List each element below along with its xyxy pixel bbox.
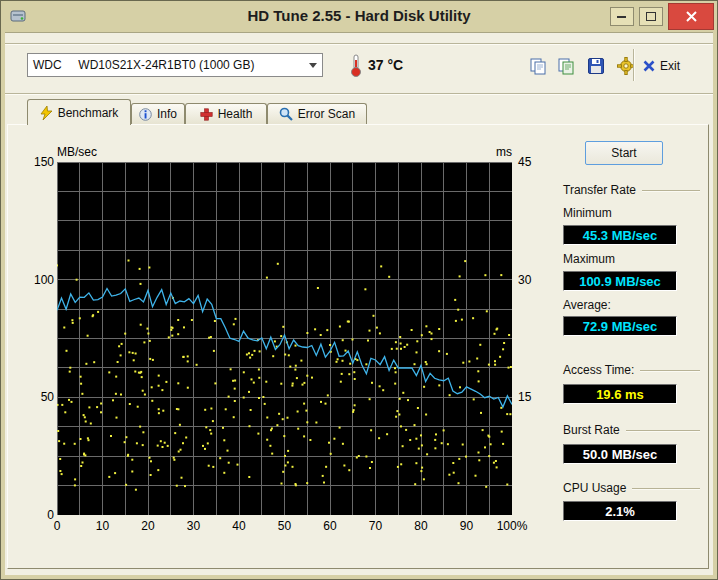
x-tick: 30 xyxy=(174,519,214,533)
transfer-rate-title: Transfer Rate xyxy=(563,183,636,197)
tab-health[interactable]: Health xyxy=(185,103,267,124)
x-tick: 50 xyxy=(265,519,305,533)
exit-button[interactable]: Exit xyxy=(643,55,680,77)
y-right-axis-label: ms xyxy=(478,145,512,159)
y-right-tick: 30 xyxy=(518,273,548,287)
health-cross-icon xyxy=(200,108,213,121)
minimum-value: 45.3 MB/sec xyxy=(563,225,677,245)
x-tick: 10 xyxy=(83,519,123,533)
benchmark-icon xyxy=(40,106,53,120)
client-area: WDC WD10S21X-24R1BT0 (1000 GB) 37 °C xyxy=(5,32,713,575)
tab-benchmark[interactable]: Benchmark xyxy=(27,99,131,125)
y-left-tick: 100 xyxy=(10,273,54,287)
close-icon xyxy=(686,11,697,22)
y-left-axis-label: MB/sec xyxy=(57,145,97,159)
cpu-usage-label: CPU Usage xyxy=(563,481,626,495)
x-tick: 40 xyxy=(219,519,259,533)
benchmark-panel: MB/sec ms 150100500453015010203040506070… xyxy=(7,124,709,569)
burst-rate-header: Burst Rate xyxy=(563,423,700,437)
cpu-usage-value: 2.1% xyxy=(563,501,677,521)
average-value: 72.9 MB/sec xyxy=(563,316,677,336)
group-divider xyxy=(626,430,700,432)
drive-select-value: WDC WD10S21X-24R1BT0 (1000 GB) xyxy=(28,58,304,72)
tab-info[interactable]: Info xyxy=(131,103,185,124)
group-divider xyxy=(642,190,700,192)
start-button[interactable]: Start xyxy=(585,141,663,165)
save-screenshot-button[interactable] xyxy=(583,53,609,79)
exit-x-icon xyxy=(643,60,655,72)
tab-label: Error Scan xyxy=(298,107,355,121)
toolbar-separator xyxy=(633,49,635,81)
x-tick: 70 xyxy=(356,519,396,533)
maximum-value: 100.9 MB/sec xyxy=(563,271,677,291)
minimum-label: Minimum xyxy=(563,206,612,220)
maximize-icon xyxy=(646,12,657,22)
burst-rate-label: Burst Rate xyxy=(563,423,620,437)
info-icon xyxy=(139,108,152,121)
maximize-button[interactable] xyxy=(639,7,663,26)
x-tick: 80 xyxy=(401,519,441,533)
copy-screenshot-button[interactable] xyxy=(525,53,551,79)
y-right-tick: 45 xyxy=(518,155,548,169)
group-divider xyxy=(632,488,700,490)
toolbar-bottom-divider xyxy=(5,93,713,95)
maximum-label: Maximum xyxy=(563,252,615,266)
x-tick: 20 xyxy=(128,519,168,533)
x-tick: 0 xyxy=(37,519,77,533)
burst-rate-value: 50.0 MB/sec xyxy=(563,444,677,464)
close-button[interactable] xyxy=(668,3,714,30)
tab-label: Health xyxy=(218,107,253,121)
y-left-tick: 150 xyxy=(10,155,54,169)
save-icon xyxy=(587,57,605,75)
magnifier-icon xyxy=(279,107,293,121)
tab-label: Benchmark xyxy=(58,106,119,120)
minimize-button[interactable] xyxy=(610,7,634,26)
access-time-label: Access Time: xyxy=(563,363,634,377)
transfer-rate-header: Transfer Rate xyxy=(563,183,700,197)
cpu-usage-header: CPU Usage xyxy=(563,481,700,495)
access-time-header: Access Time: xyxy=(563,363,700,377)
y-right-tick: 15 xyxy=(518,390,548,404)
average-label: Average: xyxy=(563,298,611,312)
tab-error-scan[interactable]: Error Scan xyxy=(267,103,367,124)
tab-label: Info xyxy=(157,107,177,121)
options-button[interactable] xyxy=(613,53,639,79)
benchmark-chart: MB/sec ms 150100500453015010203040506070… xyxy=(8,125,560,570)
x-tick: 90 xyxy=(447,519,487,533)
temperature-value: 37 °C xyxy=(368,57,403,73)
y-left-tick: 50 xyxy=(10,390,54,404)
group-divider xyxy=(640,370,700,372)
thermometer-icon xyxy=(349,53,363,78)
copy-text-icon xyxy=(557,57,575,75)
dropdown-arrow-icon xyxy=(304,54,322,76)
plot-area xyxy=(57,162,512,515)
copy-text-button[interactable] xyxy=(553,53,579,79)
copy-icon xyxy=(529,57,547,75)
minimize-icon xyxy=(617,12,627,21)
x-tick: 100% xyxy=(492,519,532,533)
x-tick: 60 xyxy=(310,519,350,533)
exit-label: Exit xyxy=(660,59,680,73)
access-time-value: 19.6 ms xyxy=(563,384,677,404)
app-window: HD Tune 2.55 - Hard Disk Utility WDC WD1… xyxy=(0,0,718,580)
toolbar-top-divider xyxy=(5,43,713,45)
drive-select[interactable]: WDC WD10S21X-24R1BT0 (1000 GB) xyxy=(27,53,323,77)
titlebar[interactable]: HD Tune 2.55 - Hard Disk Utility xyxy=(1,1,717,32)
